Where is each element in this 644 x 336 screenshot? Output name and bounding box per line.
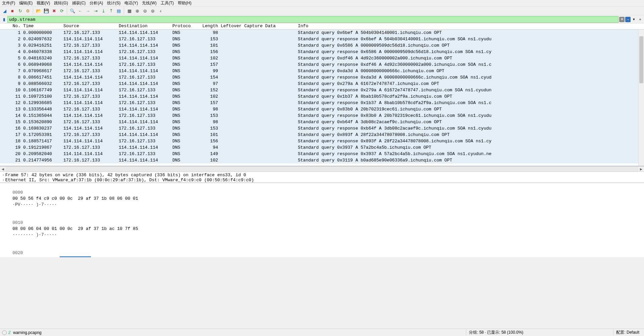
expert-info-icon[interactable] bbox=[2, 330, 7, 335]
separator bbox=[67, 8, 67, 14]
col-header-info[interactable]: Info bbox=[297, 23, 644, 29]
menu-go[interactable]: 跳转(G) bbox=[54, 0, 68, 6]
jump-to-icon[interactable]: ⇥ bbox=[92, 8, 99, 14]
scroll-right-icon[interactable]: ► bbox=[638, 166, 644, 172]
menu-capture[interactable]: 捕获(C) bbox=[72, 0, 86, 6]
packet-row[interactable]: 80.086617451114.114.114.114172.16.127.13… bbox=[0, 74, 644, 81]
scroll-left-icon[interactable]: ◄ bbox=[0, 166, 6, 172]
horizontal-scrollbar[interactable]: ◄ ► bbox=[0, 166, 644, 172]
hex-offset: 0020 bbox=[12, 250, 29, 256]
hex-bytes: 00 00 00 00 00 00 ac 10 7f 02 bbox=[12, 256, 150, 257]
capture-file-properties-icon[interactable]: ℤ bbox=[8, 330, 11, 335]
vertical-scrollbar[interactable] bbox=[638, 30, 644, 166]
status-packet-count: 分组: 58 · 已显示: 58 (100.0%) bbox=[466, 330, 526, 335]
hex-bytes: 08 00 06 04 00 01 00 0c 29 af 37 1b ac 1… bbox=[12, 226, 150, 232]
packet-list-pane: No. Time Source Destination Protocol Len… bbox=[0, 23, 644, 166]
menu-wireless[interactable]: 无线(W) bbox=[142, 0, 156, 6]
save-file-icon[interactable]: 💾 bbox=[43, 8, 50, 14]
apply-filter-icon[interactable]: → bbox=[625, 17, 631, 22]
menu-view[interactable]: 视图(V) bbox=[37, 0, 50, 6]
menubar: 文件(F) 编辑(E) 视图(V) 跳转(G) 捕获(C) 分析(A) 统计(S… bbox=[0, 0, 644, 7]
resize-columns-icon[interactable]: ⫞ bbox=[157, 8, 164, 14]
packet-row[interactable]: 60.068949068114.114.114.114172.16.127.13… bbox=[0, 61, 644, 68]
packet-detail-pane[interactable]: ›Frame 57: 42 bytes on wire (336 bits), … bbox=[0, 172, 644, 183]
display-filter-input[interactable] bbox=[7, 16, 619, 23]
hex-ascii: ·PV····· )·7····· bbox=[12, 202, 57, 208]
col-header-no[interactable]: No. bbox=[0, 23, 22, 29]
statusbar: ℤ warning.pcapng 分组: 58 · 已显示: 58 (100.0… bbox=[0, 329, 644, 336]
hex-offset: 0000 bbox=[12, 190, 29, 196]
packet-row[interactable]: 20.024097632114.114.114.114172.16.127.13… bbox=[0, 36, 644, 42]
packet-row[interactable]: 150.153620890172.16.127.133114.114.114.1… bbox=[0, 119, 644, 125]
packet-row[interactable]: 50.048163240172.16.127.133114.114.114.11… bbox=[0, 55, 644, 61]
capture-options-icon[interactable]: ⚙ bbox=[24, 8, 31, 14]
display-filter-bar: ▮ ✕ → ▾ ＋ bbox=[0, 15, 644, 23]
packet-row[interactable]: 170.172053391172.16.127.133114.114.114.1… bbox=[0, 132, 644, 138]
clear-filter-icon[interactable]: ✕ bbox=[619, 17, 625, 22]
close-file-icon[interactable]: ✖ bbox=[51, 8, 57, 14]
packet-row[interactable]: 90.088566032172.16.127.133114.114.114.11… bbox=[0, 81, 644, 87]
packet-row[interactable]: 130.133356448172.16.127.133114.114.114.1… bbox=[0, 106, 644, 112]
packet-bytes-pane[interactable]: 0000 00 50 56 f4 c9 c0 00 0c 29 af 37 1b… bbox=[0, 183, 644, 257]
col-header-source[interactable]: Source bbox=[62, 23, 117, 29]
add-filter-button-icon[interactable]: ＋ bbox=[637, 17, 643, 22]
packet-row[interactable]: 30.029416251172.16.127.133114.114.114.11… bbox=[0, 42, 644, 49]
packet-list-body[interactable]: 10.000000000172.16.127.133114.114.114.11… bbox=[0, 30, 644, 166]
hex-highlight: ac 10 7f 02 bbox=[60, 256, 91, 257]
packet-row[interactable]: 120.129936685114.114.114.114172.16.127.1… bbox=[0, 100, 644, 106]
bookmark-filter-icon[interactable]: ▮ bbox=[1, 17, 7, 22]
packet-row[interactable]: 140.151365044114.114.114.114172.16.127.1… bbox=[0, 112, 644, 119]
reload-icon[interactable]: ⟳ bbox=[58, 8, 65, 14]
packet-row[interactable]: 180.188571417114.114.114.114172.16.127.1… bbox=[0, 138, 644, 144]
menu-help[interactable]: 帮助(H) bbox=[178, 0, 192, 6]
packet-list-header: No. Time Source Destination Protocol Len… bbox=[0, 23, 644, 30]
detail-frame-line: Frame 57: 42 bytes on wire (336 bits), 4… bbox=[5, 173, 246, 178]
filter-expression-icon[interactable]: ▾ bbox=[631, 17, 637, 22]
packet-row[interactable]: 200.209582040114.114.114.114172.16.127.1… bbox=[0, 151, 644, 157]
hex-ascii: ········ )·7····· bbox=[12, 232, 57, 238]
col-header-leftover[interactable]: Leftover Capture Data bbox=[219, 23, 297, 29]
packet-row[interactable]: 40.046078338114.114.114.114172.16.127.13… bbox=[0, 49, 644, 55]
autoscroll-icon[interactable]: ▤ bbox=[115, 8, 122, 14]
menu-edit[interactable]: 编辑(E) bbox=[19, 0, 33, 6]
start-capture-icon[interactable]: ◢ bbox=[1, 8, 8, 14]
col-header-protocol[interactable]: Protocol bbox=[171, 23, 191, 29]
go-first-icon[interactable]: ⤓ bbox=[100, 8, 107, 14]
hex-bytes: 00 50 56 f4 c9 c0 00 0c 29 af 37 1b 08 0… bbox=[12, 196, 150, 202]
packet-row[interactable]: 110.109725100172.16.127.133114.114.114.1… bbox=[0, 93, 644, 100]
menu-stats[interactable]: 统计(S) bbox=[107, 0, 120, 6]
open-file-icon[interactable]: 📂 bbox=[35, 8, 42, 14]
restart-capture-icon[interactable]: ↻ bbox=[17, 8, 23, 14]
status-filename: warning.pcapng bbox=[13, 330, 42, 335]
detail-eth-line: Ethernet II, Src: VMware_af:37:1b (00:0c… bbox=[5, 178, 254, 183]
col-header-length[interactable]: Length bbox=[191, 23, 219, 29]
go-forward-icon[interactable]: → bbox=[85, 8, 91, 14]
menu-analyze[interactable]: 分析(A) bbox=[90, 0, 103, 6]
packet-row[interactable]: 100.106167749114.114.114.114172.16.127.1… bbox=[0, 87, 644, 93]
col-header-time[interactable]: Time bbox=[22, 23, 62, 29]
zoom-in-icon[interactable]: ⊕ bbox=[134, 8, 141, 14]
expand-icon[interactable]: › bbox=[2, 173, 5, 178]
stop-capture-icon[interactable]: ■ bbox=[9, 8, 16, 14]
packet-row[interactable]: 210.214774956172.16.127.133114.114.114.1… bbox=[0, 157, 644, 163]
menu-file[interactable]: 文件(F) bbox=[2, 0, 15, 6]
go-back-icon[interactable]: ← bbox=[77, 8, 84, 14]
menu-phone[interactable]: 电话(Y) bbox=[124, 0, 138, 6]
packet-row[interactable]: 190.191219867172.16.127.133114.114.114.1… bbox=[0, 144, 644, 151]
hex-offset: 0010 bbox=[12, 220, 29, 226]
separator bbox=[124, 8, 124, 14]
packet-row[interactable]: 70.070968617172.16.127.133114.114.114.11… bbox=[0, 68, 644, 74]
status-profile[interactable]: 配置: Default bbox=[613, 330, 642, 335]
expand-icon[interactable]: › bbox=[2, 178, 5, 183]
find-icon[interactable]: 🔍 bbox=[69, 8, 76, 14]
colorize-icon[interactable]: ▦ bbox=[126, 8, 133, 14]
zoom-out-icon[interactable]: ⊖ bbox=[142, 8, 148, 14]
col-header-destination[interactable]: Destination bbox=[117, 23, 171, 29]
separator bbox=[33, 8, 34, 14]
toolbar: ◢ ■ ↻ ⚙ 📂 💾 ✖ ⟳ 🔍 ← → ⇥ ⤓ ⤒ ▤ ▦ ⊕ ⊖ ⊜ ⫞ bbox=[0, 7, 644, 15]
packet-row[interactable]: 10.000000000172.16.127.133114.114.114.11… bbox=[0, 30, 644, 36]
packet-row[interactable]: 160.169830237114.114.114.114172.16.127.1… bbox=[0, 125, 644, 132]
go-last-icon[interactable]: ⤒ bbox=[108, 8, 114, 14]
zoom-reset-icon[interactable]: ⊜ bbox=[149, 8, 156, 14]
menu-tools[interactable]: 工具(T) bbox=[161, 0, 174, 6]
